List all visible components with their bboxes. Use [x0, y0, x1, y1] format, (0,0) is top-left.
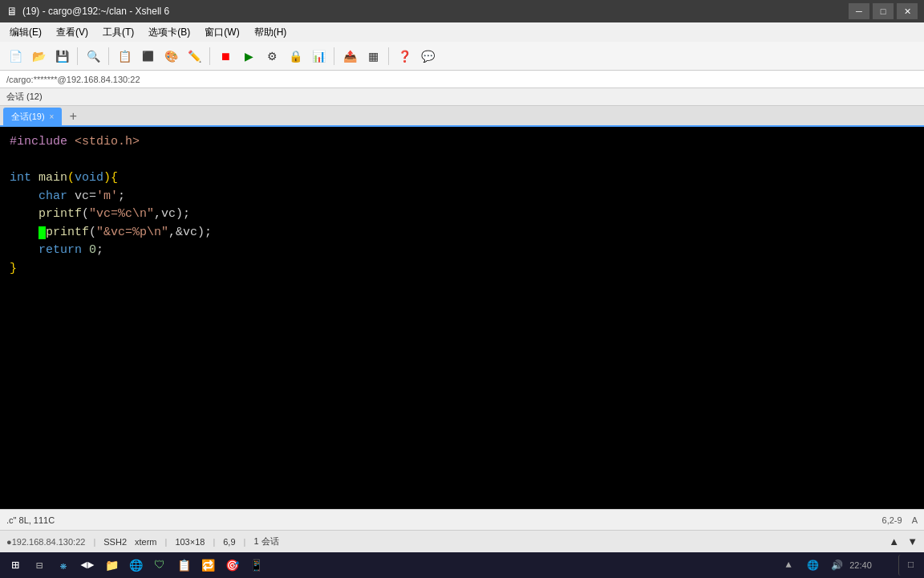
bottom-ip: ●192.168.84.130:22 [6, 537, 85, 547]
tab-add-button[interactable]: + [65, 109, 81, 125]
taskbar-network[interactable]: 🌐 [802, 555, 823, 576]
status-pos: 6,2-9 [882, 515, 902, 525]
taskbar-icon-4[interactable]: 🎯 [221, 555, 242, 576]
toolbar-btn-10[interactable]: ▦ [363, 46, 383, 67]
toolbar-btn-stop[interactable]: ⏹ [215, 46, 236, 67]
taskbar-clock[interactable]: 22:40 [850, 555, 871, 576]
code-line-3: int main(void){ [10, 169, 914, 188]
menu-window[interactable]: 窗口(W) [198, 24, 245, 41]
toolbar-btn-5[interactable]: 🎨 [160, 46, 181, 67]
title-bar: 🖥 (19) - cargo@192:~/clan - Xshell 6 ─ □… [0, 0, 924, 22]
separator-4: | [244, 537, 246, 547]
taskbar-sys-1[interactable]: ▲ [778, 555, 799, 576]
separator-3: | [213, 537, 215, 547]
menu-edit[interactable]: 编辑(E) [3, 24, 48, 41]
menu-tools[interactable]: 工具(T) [96, 24, 140, 41]
menu-bar: 编辑(E) 查看(V) 工具(T) 选项卡(B) 窗口(W) 帮助(H) [0, 22, 924, 42]
toolbar-sep-5 [388, 47, 389, 65]
separator-1: | [93, 537, 95, 547]
toolbar-btn-3[interactable]: 💾 [51, 46, 72, 67]
window-title: (19) - cargo@192:~/clan - Xshell 6 [22, 6, 169, 17]
toolbar-btn-lock[interactable]: 🔒 [285, 46, 306, 67]
status-bar-right: 6,2-9 A [882, 515, 918, 525]
bottom-terminal: xterm [135, 537, 157, 547]
terminal-content[interactable]: #include <stdio.h> int main(void){ char … [0, 127, 924, 509]
toolbar-btn-1[interactable]: 📄 [5, 46, 26, 67]
toolbar-sep-3 [209, 47, 210, 65]
status-bar-left: .c" 8L, 111C [6, 515, 55, 525]
taskbar-date[interactable] [874, 555, 895, 576]
taskbar-folder[interactable]: 📁 [101, 555, 122, 576]
taskbar-icon-1[interactable]: ▲ [889, 535, 899, 547]
close-button[interactable]: ✕ [897, 3, 918, 19]
toolbar-sep-1 [77, 47, 78, 65]
taskbar: ●192.168.84.130:22 | SSH2 xterm | 103×18… [0, 530, 924, 552]
active-tab[interactable]: 全话(19) × [3, 108, 62, 125]
tab-label: 全话(19) [11, 111, 45, 123]
taskbar-icon-3[interactable]: ❋ [53, 555, 74, 576]
menu-view[interactable]: 查看(V) [50, 24, 95, 41]
taskbar-show-desktop[interactable]: □ [898, 555, 919, 576]
toolbar-sep-4 [334, 47, 334, 65]
taskbar-volume[interactable]: 🔊 [826, 555, 847, 576]
code-line-6: printf("&vc=%p\n",&vc); [10, 224, 914, 242]
taskbar-icon-5[interactable]: 📱 [245, 555, 266, 576]
toolbar-btn-paste[interactable]: ⬛ [137, 46, 158, 67]
taskbar-browser[interactable]: ◄► [77, 555, 98, 576]
toolbar: 📄 📂 💾 🔍 📋 ⬛ 🎨 ✏️ ⏹ ▶ ⚙ 🔒 📊 📤 ▦ ❓ 💬 [0, 42, 924, 71]
taskbar-web[interactable]: 🌐 [125, 555, 146, 576]
session-bar: 会话 (12) [0, 88, 924, 106]
toolbar-sep-2 [108, 47, 109, 65]
maximize-button[interactable]: □ [873, 3, 894, 19]
toolbar-btn-chat[interactable]: 💬 [417, 46, 438, 67]
tab-bar: 全话(19) × + [0, 106, 924, 127]
address-path: /cargo:*******@192.168.84.130:22 [6, 75, 140, 84]
toolbar-btn-2[interactable]: 📂 [28, 46, 49, 67]
code-line-4: char vc='m'; [10, 188, 914, 206]
code-line-5: printf("vc=%c\n",vc); [10, 206, 914, 224]
taskbar-start[interactable]: ⊞ [5, 555, 26, 576]
session-label: 会话 (12) [6, 91, 43, 103]
status-bar: .c" 8L, 111C 6,2-9 A [0, 509, 924, 530]
toolbar-btn-6[interactable]: ✏️ [184, 46, 205, 67]
taskbar-icon-2[interactable]: ▼ [907, 535, 918, 547]
title-bar-controls: ─ □ ✕ [849, 3, 918, 19]
taskbar-note[interactable]: 📋 [173, 555, 194, 576]
title-bar-left: 🖥 (19) - cargo@192:~/clan - Xshell 6 [6, 5, 169, 18]
toolbar-btn-help[interactable]: ❓ [394, 46, 415, 67]
text-cursor [38, 226, 46, 239]
code-line-2 [10, 152, 914, 170]
toolbar-btn-copy[interactable]: 📋 [114, 46, 135, 67]
toolbar-btn-7[interactable]: ⚙ [261, 46, 282, 67]
code-line-7: return 0; [10, 242, 914, 260]
bottom-pos: 6,9 [223, 537, 235, 547]
menu-tabs[interactable]: 选项卡(B) [142, 24, 197, 41]
status-file: .c" 8L, 111C [6, 515, 55, 525]
toolbar-btn-9[interactable]: 📤 [339, 46, 360, 67]
app-window: 🖥 (19) - cargo@192:~/clan - Xshell 6 ─ □… [0, 0, 924, 578]
taskbar-xshell[interactable]: 🔁 [197, 555, 218, 576]
app-icon: 🖥 [6, 5, 18, 18]
bottom-sessions: 1 会话 [253, 535, 278, 547]
status-extra: A [912, 515, 918, 525]
minimize-button[interactable]: ─ [849, 3, 869, 19]
toolbar-btn-search[interactable]: 🔍 [83, 46, 103, 67]
tab-close-button[interactable]: × [50, 112, 55, 121]
address-bar: /cargo:*******@192.168.84.130:22 [0, 71, 924, 88]
taskbar-shield[interactable]: 🛡 [149, 555, 170, 576]
code-line-8: } [10, 260, 914, 279]
windows-taskbar: ⊞ ⊟ ❋ ◄► 📁 🌐 🛡 📋 🔁 🎯 📱 ▲ 🌐 🔊 22:40 □ [0, 552, 924, 578]
toolbar-btn-8[interactable]: 📊 [308, 46, 329, 67]
bottom-size: 103×18 [175, 537, 205, 547]
terminal-area[interactable]: #include <stdio.h> int main(void){ char … [0, 127, 924, 509]
bottom-protocol: SSH2 [103, 537, 127, 547]
code-line-1: #include <stdio.h> [10, 133, 914, 152]
separator-2: | [165, 537, 168, 547]
menu-help[interactable]: 帮助(H) [248, 24, 294, 41]
toolbar-btn-play[interactable]: ▶ [238, 46, 259, 67]
taskbar-apps[interactable]: ⊟ [29, 555, 50, 576]
